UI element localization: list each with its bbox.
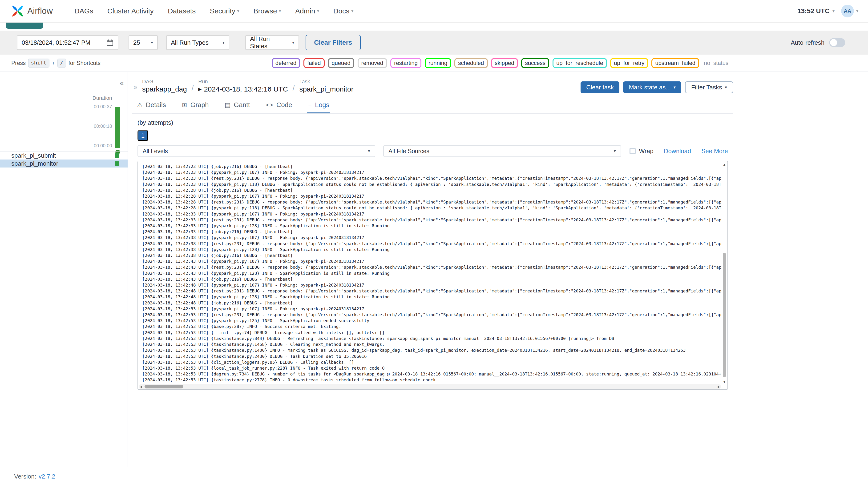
legend-row: Press shift + / for Shortcuts deferred f… — [0, 55, 868, 71]
slash-key: / — [57, 59, 66, 67]
tab-label: Graph — [190, 101, 209, 109]
nav-item-docs[interactable]: Docs ▾ — [333, 7, 353, 15]
filter-tasks-label: Filter Tasks — [691, 84, 722, 91]
tab-gantt[interactable]: ▤ Gantt — [224, 99, 251, 114]
task-name: spark_pi_submit — [11, 152, 56, 159]
nav-item-browse[interactable]: Browse ▾ — [253, 7, 281, 15]
legend-restarting[interactable]: restarting — [390, 58, 422, 68]
nav-item-security[interactable]: Security ▾ — [210, 7, 239, 15]
log-line: [2024-03-18, 13:42:23 UTC] {pyspark_pi.p… — [142, 181, 721, 187]
log-level-value: All Levels — [143, 148, 168, 155]
log-line: [2024-03-18, 13:42:43 UTC] {pyspark_pi.p… — [142, 270, 721, 276]
clear-task-button[interactable]: Clear task — [581, 82, 619, 93]
scroll-right-icon[interactable]: ▶ — [718, 385, 720, 388]
legend-no-status[interactable]: no_status — [704, 60, 728, 66]
nav-item-label: Datasets — [168, 7, 196, 15]
dag-link[interactable]: sparkapp_dag — [142, 85, 187, 93]
log-line: [2024-03-18, 13:42:53 UTC] {rest.py:231}… — [142, 312, 721, 318]
version-link[interactable]: v2.7.2 — [39, 473, 55, 479]
chevron-down-icon: ▾ — [317, 8, 319, 14]
run-link[interactable]: ▶ 2024-03-18, 13:42:16 UTC — [198, 85, 288, 93]
state-badges: deferred failed queued removed restartin… — [272, 58, 699, 68]
log-line: [2024-03-18, 13:42:23 UTC] {pyspark_pi.p… — [142, 169, 721, 175]
task-row-spark_pi_submit[interactable]: spark_pi_submit — [0, 152, 128, 160]
legend-upstream_failed[interactable]: upstream_failed — [651, 58, 699, 68]
tab-details[interactable]: ⚠ Details — [136, 99, 167, 114]
mark-state-button[interactable]: Mark state as... ▾ — [623, 82, 681, 93]
legend-up_for_reschedule[interactable]: up_for_reschedule — [553, 58, 607, 68]
file-source-select[interactable]: All File Sources ▾ — [383, 145, 621, 157]
run-states-select[interactable]: All Run States ▾ — [245, 35, 299, 50]
breadcrumb-separator: / — [192, 84, 193, 92]
run-types-select[interactable]: All Run Types ▾ — [166, 35, 229, 50]
task-instance-square[interactable] — [115, 161, 119, 166]
airflow-logo-icon — [11, 5, 24, 18]
plus-text: + — [52, 60, 55, 66]
tab-logs[interactable]: ≡ Logs — [307, 99, 330, 114]
legend-failed[interactable]: failed — [304, 58, 324, 68]
legend-success[interactable]: success — [521, 58, 549, 68]
chevron-down-icon: ▾ — [237, 8, 240, 14]
wrap-control[interactable]: Wrap — [629, 148, 654, 155]
log-line: [2024-03-18, 13:42:53 UTC] {__init__.py:… — [142, 329, 721, 336]
legend-queued[interactable]: queued — [328, 58, 354, 68]
horizontal-scrollbar[interactable]: ◀ ▶ — [139, 384, 721, 389]
run-states-value: All Run States — [250, 35, 288, 50]
horizontal-scroll-thumb[interactable] — [145, 385, 183, 388]
tab-code[interactable]: <> Code — [265, 99, 293, 114]
mark-state-label: Mark state as... — [629, 84, 671, 91]
task-row-spark_pi_monitor[interactable]: spark_pi_monitor — [0, 160, 128, 167]
brand[interactable]: Airflow — [11, 5, 53, 18]
log-line: [2024-03-18, 13:42:38 UTC] {pyspark_pi.p… — [142, 234, 721, 241]
brand-name: Airflow — [27, 6, 53, 16]
legend-removed[interactable]: removed — [358, 58, 387, 68]
vertical-scroll-thumb[interactable] — [723, 253, 726, 377]
legend-skipped[interactable]: skipped — [491, 58, 518, 68]
task-list: spark_pi_submit spark_pi_monitor — [0, 151, 128, 167]
log-line: [2024-03-18, 13:42:23 UTC] {rest.py:231}… — [142, 175, 721, 181]
log-level-select[interactable]: All Levels ▾ — [137, 145, 375, 157]
legend-deferred[interactable]: deferred — [272, 58, 300, 68]
duration-label: Duration — [93, 95, 112, 101]
nav-item-cluster-activity[interactable]: Cluster Activity ▾ — [107, 7, 154, 15]
log-line: [2024-03-18, 13:42:53 UTC] {taskinstance… — [142, 341, 721, 347]
filter-tasks-button[interactable]: Filter Tasks ▾ — [685, 82, 733, 93]
scroll-down-icon[interactable]: ▼ — [723, 380, 726, 384]
task-link[interactable]: spark_pi_monitor — [299, 85, 353, 93]
shortcuts-suffix: for Shortcuts — [68, 60, 100, 66]
dag-pause-toggle-partial[interactable] — [6, 23, 43, 29]
task-name: spark_pi_monitor — [11, 160, 58, 167]
page-size-select[interactable]: 25 ▾ — [128, 35, 158, 50]
base-date-value: 03/18/2024, 01:52:47 PM — [22, 39, 90, 46]
legend-up_for_retry[interactable]: up_for_retry — [610, 58, 648, 68]
user-menu[interactable]: AA ▾ — [841, 5, 858, 18]
tab-graph[interactable]: ⊞ Graph — [181, 99, 210, 114]
nav-item-admin[interactable]: Admin ▾ — [295, 7, 319, 15]
log-links: Wrap Download See More — [629, 148, 728, 155]
auto-refresh-toggle[interactable] — [829, 38, 845, 47]
nav-item-dags[interactable]: DAGs ▾ — [74, 7, 93, 15]
collapse-panel-icon[interactable]: « — [120, 78, 124, 87]
log-line: [2024-03-18, 13:42:43 UTC] {pyspark_pi.p… — [142, 258, 721, 264]
airflow-app: Airflow DAGs ▾ Cluster Activity ▾ Datase… — [0, 0, 868, 479]
clear-filters-button[interactable]: Clear Filters — [306, 35, 361, 50]
legend-scheduled[interactable]: scheduled — [454, 58, 488, 68]
nav-item-datasets[interactable]: Datasets ▾ — [168, 7, 196, 15]
manual-run-icon: ▶ — [198, 87, 202, 92]
base-date-input[interactable]: 03/18/2024, 01:52:47 PM — [17, 35, 118, 50]
attempt-1-button[interactable]: 1 — [137, 130, 148, 141]
download-link[interactable]: Download — [664, 148, 691, 155]
see-more-link[interactable]: See More — [701, 148, 728, 155]
scroll-up-icon[interactable]: ▲ — [723, 163, 726, 166]
log-line: [2024-03-18, 13:42:53 UTC] {local_task_j… — [142, 365, 721, 371]
vertical-scrollbar[interactable]: ▲ ▼ — [722, 162, 727, 384]
clock-menu[interactable]: 13:52 UTC ▾ — [797, 7, 835, 15]
scroll-left-icon[interactable]: ◀ — [140, 385, 142, 388]
wrap-checkbox[interactable] — [629, 148, 636, 154]
task-instance-square[interactable] — [115, 153, 119, 158]
duration-tick: 00:00:00 — [94, 143, 112, 149]
run-duration-bar[interactable] — [115, 107, 120, 148]
file-source-value: All File Sources — [389, 148, 429, 155]
toggle-details-icon[interactable]: » — [133, 83, 137, 91]
legend-running[interactable]: running — [425, 58, 451, 68]
